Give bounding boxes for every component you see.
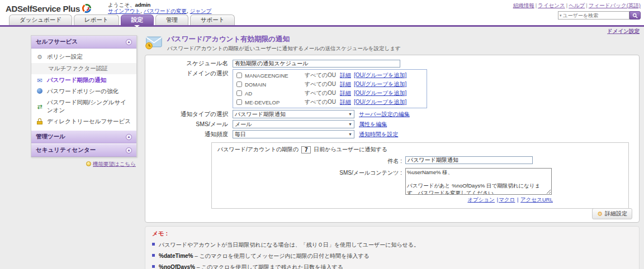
license-link[interactable]: ライセンス: [538, 2, 565, 8]
content-area: セルフサービス ▲ ⚙ ポリシー設定 マルチファクター認証 ✉ パスワード期限の…: [0, 34, 644, 269]
org-info-link[interactable]: 組織情報: [513, 2, 534, 8]
sidebar-section-admin-tools[interactable]: 管理ツール ▲: [31, 131, 136, 143]
add-ou-group-link[interactable]: [OU/グループを追加]: [354, 71, 406, 79]
bullet-icon: [152, 265, 155, 268]
search-scope-dropdown-icon[interactable]: ▾: [560, 13, 562, 18]
domain-row: AD すべてのOU 詳細 [OU/グループを追加]: [236, 89, 423, 98]
app-logo: ADSelfService Plus: [6, 3, 92, 14]
domain-checkbox[interactable]: [236, 90, 242, 96]
domain-settings-link[interactable]: ドメイン設定: [607, 28, 640, 34]
sidebar: セルフサービス ▲ ⚙ ポリシー設定 マルチファクター認証 ✉ パスワード期限の…: [31, 35, 137, 157]
search-input[interactable]: [563, 13, 628, 18]
gear-icon: ⚙: [597, 210, 603, 218]
tab-configuration[interactable]: 設定: [121, 15, 154, 25]
main-panel: パスワード/アカウント有効期限の通知 パスワード/アカウントの期限が近いユーザー…: [137, 34, 644, 269]
user-search: ▾: [513, 11, 641, 20]
domain-checkbox[interactable]: [236, 99, 242, 105]
domain-select-row: ドメインの選択 MANAGEENGINE すべてのOU 詳細 [OU/グループを…: [155, 69, 639, 108]
domain-details-link[interactable]: 詳細: [340, 80, 351, 88]
subject-input[interactable]: [405, 156, 533, 164]
all-ou-label: すべてのOU: [305, 71, 336, 79]
sms-mail-select[interactable]: メール ▼: [233, 120, 354, 128]
expand-icon[interactable]: ▲: [126, 134, 132, 140]
sidebar-item-policy-config[interactable]: ⚙ ポリシー設定: [31, 51, 136, 63]
lock-icon: [36, 118, 44, 126]
sidebar-item-password-expiry-notification[interactable]: ✉ パスワード期限の通知: [31, 75, 136, 86]
chevron-down-icon: ▼: [348, 122, 352, 126]
schedule-form-panel: スケジュール名 ドメインの選択 MANAGEENGINE すべてのOU 詳細 […: [145, 55, 640, 223]
feedback-link[interactable]: フィードバック(英語): [589, 2, 641, 8]
add-ou-group-link[interactable]: [OU/グループを追加]: [354, 80, 406, 88]
days-before-input[interactable]: [301, 146, 311, 153]
policy-sphere-icon: [36, 88, 44, 95]
sidebar-item-directory-self-service[interactable]: ディレクトリーセルフサービス: [31, 116, 136, 127]
advanced-settings-button[interactable]: ⚙ 詳細設定: [592, 208, 632, 219]
selected-value: 毎日: [235, 131, 246, 138]
frequency-select[interactable]: 毎日 ▼: [233, 130, 354, 138]
macros-link[interactable]: マクロ: [499, 196, 515, 203]
domain-details-link[interactable]: 詳細: [340, 71, 351, 79]
logo-text: ADSelfService Plus: [6, 4, 80, 13]
domain-details-link[interactable]: 詳細: [340, 98, 351, 106]
adselfservice-plus-app: ADSelfService Plus ようこそ、admin サインアウト, パス…: [0, 0, 644, 269]
sms-mail-label: SMS/メール: [155, 120, 228, 128]
memo-strong: %dateTime%: [159, 253, 193, 259]
chevron-down-icon: ▼: [348, 132, 352, 136]
jump-link[interactable]: ジャンプ: [190, 8, 212, 14]
domain-name: AD: [245, 90, 302, 97]
notification-type-select[interactable]: パスワード期限通知 ▼: [233, 110, 354, 118]
help-link[interactable]: ヘルプ: [569, 2, 585, 8]
feature-request-link[interactable]: 機能要望はこちら: [93, 161, 136, 167]
add-ou-group-link[interactable]: [OU/グループを追加]: [354, 89, 406, 97]
sidebar-section-security-center[interactable]: セキュリティセンター ▲: [31, 143, 136, 157]
bulb-icon: [86, 161, 91, 166]
schedule-name-input[interactable]: [233, 60, 400, 68]
message-content-textarea[interactable]: %userName% 様、 パスワードがあと %noOfDays% 日で期限切れ…: [405, 168, 552, 195]
welcome-text: ようこそ、admin: [108, 2, 211, 8]
domain-select-label: ドメインの選択: [155, 69, 228, 78]
sidebar-item-password-sync-sso[interactable]: ⇄ パスワード同期/シングルサインオン: [31, 97, 136, 116]
subject-row: 件名 :: [217, 156, 623, 165]
tab-admin[interactable]: 管理: [155, 15, 188, 25]
change-password-link[interactable]: パスワードの変更: [144, 8, 187, 14]
welcome-username: admin: [135, 2, 150, 8]
options-link[interactable]: オプション: [467, 196, 495, 203]
bullet-icon: [152, 243, 155, 246]
domain-row: DOMAIN すべてのOU 詳細 [OU/グループを追加]: [236, 80, 423, 89]
sidebar-item-mfa[interactable]: マルチファクター認証: [31, 63, 136, 74]
notify-before-prefix: パスワード/アカウントの期限の: [217, 146, 299, 153]
selected-value: パスワード期限通知: [235, 111, 286, 118]
domain-checkbox[interactable]: [236, 73, 242, 78]
separator: |: [586, 2, 587, 8]
domain-details-link[interactable]: 詳細: [340, 89, 351, 97]
memo-bullet: %dateTime% – このマクロを使用してメッセージ内に期限の日付と時間を挿…: [152, 252, 632, 260]
frequency-label: 通知頻度: [155, 130, 228, 138]
page-titles: パスワード/アカウント有効期限の通知 パスワード/アカウントの期限が近いユーザー…: [167, 35, 401, 52]
separator: |: [517, 196, 518, 203]
tab-support[interactable]: サポート: [190, 15, 235, 25]
server-settings-edit-link[interactable]: サーバー設定の編集: [359, 111, 410, 118]
memo-text: パスワードやアカウントが当日期限切れになる場合は、「残り０日」を使用してユーザー…: [159, 241, 419, 249]
sign-out-link[interactable]: サインアウト: [108, 8, 140, 14]
content-row: SMS/メールコンテンツ : %userName% 様、 パスワードがあと %n…: [217, 168, 623, 195]
expand-icon[interactable]: ▲: [126, 147, 132, 153]
notification-time-link[interactable]: 通知時間を設定: [359, 131, 398, 138]
sidebar-item-label: ポリシー設定: [47, 53, 83, 61]
add-ou-group-link[interactable]: [OU/グループを追加]: [354, 98, 406, 106]
domain-list-box: MANAGEENGINE すべてのOU 詳細 [OU/グループを追加] DOMA…: [233, 69, 427, 108]
search-button[interactable]: [629, 11, 641, 20]
sidebar-section-self-service[interactable]: セルフサービス ▲: [31, 36, 136, 49]
subject-label: 件名 :: [217, 156, 402, 165]
welcome-prefix: ようこそ、: [108, 2, 135, 8]
access-url-link[interactable]: アクセスURL: [520, 196, 553, 203]
all-ou-label: すべてのOU: [305, 80, 336, 88]
edit-attributes-link[interactable]: 属性を編集: [359, 121, 387, 128]
page-subtitle: パスワード/アカウントの期限が近いユーザーに通知するメールの送信スケジュールを設…: [167, 45, 401, 52]
sidebar-item-password-policy-enforcer[interactable]: パスワードポリシーの強化: [31, 86, 136, 97]
collapse-icon[interactable]: ▲: [126, 39, 132, 45]
notify-before-line: パスワード/アカウントの期限の 日前からユーザーに通知する: [217, 146, 623, 153]
sidebar-items: ⚙ ポリシー設定 マルチファクター認証 ✉ パスワード期限の通知 パスワードポリ…: [31, 49, 136, 131]
tab-dashboard[interactable]: ダッシュボード: [9, 15, 72, 25]
domain-checkbox[interactable]: [236, 81, 242, 87]
tab-reports[interactable]: レポート: [74, 15, 119, 25]
